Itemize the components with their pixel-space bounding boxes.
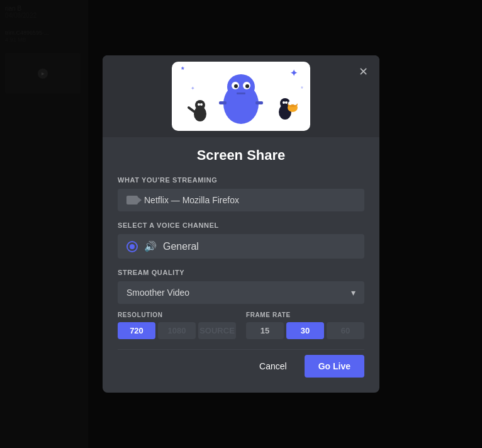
quality-dropdown-text: Smoother Video <box>126 288 189 298</box>
modal-backdrop: * ✦ ✦ * <box>0 0 482 448</box>
cancel-button[interactable]: Cancel <box>249 355 297 378</box>
framerate-group: FRAME RATE 15 30 60 <box>246 311 364 339</box>
svg-text:✦: ✦ <box>290 68 298 78</box>
voice-channel-item[interactable]: 🔊 General <box>118 234 364 259</box>
framerate-60-button[interactable]: 60 <box>327 322 364 339</box>
modal-footer: Cancel Go Live <box>118 349 364 378</box>
svg-point-25 <box>293 101 297 105</box>
close-icon: ✕ <box>359 65 368 79</box>
framerate-15-button[interactable]: 15 <box>246 322 284 339</box>
modal-title: Screen Share <box>118 137 364 176</box>
radio-button[interactable] <box>126 241 138 252</box>
streaming-source-row: Netflix — Mozilla Firefox <box>118 189 364 211</box>
screen-share-modal: * ✦ ✦ * <box>103 55 379 393</box>
close-button[interactable]: ✕ <box>354 63 372 81</box>
svg-text:*: * <box>301 86 303 92</box>
svg-point-10 <box>245 84 249 88</box>
go-live-button[interactable]: Go Live <box>305 355 364 378</box>
resolution-1080-button[interactable]: 1080 <box>158 322 196 339</box>
voice-channel-label: SELECT A VOICE CHANNEL <box>118 221 364 229</box>
svg-rect-26 <box>219 101 227 104</box>
svg-point-20 <box>285 101 288 104</box>
illustration-svg: * ✦ ✦ * <box>153 59 329 134</box>
svg-point-13 <box>195 100 205 110</box>
svg-point-9 <box>234 84 238 88</box>
stream-quality-label: STREAM QUALITY <box>118 269 364 276</box>
svg-point-15 <box>200 103 203 106</box>
svg-point-14 <box>198 103 200 106</box>
framerate-30-button[interactable]: 30 <box>286 322 324 339</box>
framerate-buttons: 15 30 60 <box>246 322 364 339</box>
resolution-buttons: 720 1080 SOURCE <box>118 322 236 339</box>
svg-point-6 <box>227 74 255 99</box>
streaming-label: WHAT YOU'RE STREAMING <box>118 176 364 184</box>
modal-body: Screen Share WHAT YOU'RE STREAMING Netfl… <box>103 137 379 393</box>
framerate-label: FRAME RATE <box>246 311 364 318</box>
quality-options-row: RESOLUTION 720 1080 SOURCE FRAME RATE 15… <box>118 311 364 339</box>
chevron-down-icon: ▾ <box>351 288 356 298</box>
browser-icon <box>126 196 138 204</box>
radio-inner <box>130 244 135 249</box>
svg-text:*: * <box>181 65 184 74</box>
voice-channel-name: General <box>163 241 199 252</box>
svg-rect-27 <box>255 101 263 104</box>
streaming-value: Netflix — Mozilla Firefox <box>144 195 239 205</box>
volume-icon: 🔊 <box>144 240 157 252</box>
modal-illustration: * ✦ ✦ * <box>103 55 379 137</box>
resolution-source-button[interactable]: SOURCE <box>198 322 236 339</box>
quality-dropdown[interactable]: Smoother Video ▾ <box>118 281 364 304</box>
svg-text:✦: ✦ <box>191 86 195 91</box>
resolution-group: RESOLUTION 720 1080 SOURCE <box>118 311 236 339</box>
svg-rect-11 <box>237 92 245 94</box>
resolution-720-button[interactable]: 720 <box>118 322 155 339</box>
resolution-label: RESOLUTION <box>118 311 236 318</box>
svg-point-19 <box>283 101 285 104</box>
